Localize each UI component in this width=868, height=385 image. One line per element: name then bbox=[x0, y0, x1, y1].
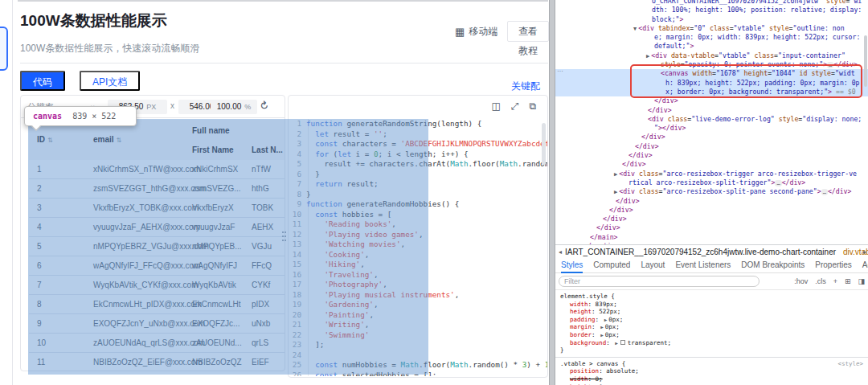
breadcrumb-back-icon[interactable]: ◂ bbox=[555, 248, 565, 256]
times-separator: x bbox=[170, 101, 174, 110]
style-property[interactable]: padding: ▶0px; bbox=[560, 316, 863, 324]
mobile-label: 移动端 bbox=[469, 25, 497, 39]
devtools-tab-event-listeners[interactable]: Event Listeners bbox=[675, 258, 731, 273]
color-swatch[interactable] bbox=[620, 340, 625, 345]
tree-node[interactable]: </div> bbox=[555, 142, 868, 151]
breadcrumb-forward-icon[interactable]: ▸ bbox=[863, 248, 866, 256]
rotate-icon[interactable]: ↻ bbox=[256, 98, 271, 113]
tree-node[interactable]: rtical arco-resizebox-split-trigger">…</… bbox=[555, 178, 868, 187]
tree-node[interactable]: e; margin: 0px; width: 839px; height: 52… bbox=[555, 33, 868, 42]
page-subtitle: 100W条数据性能展示，快速滚动流畅顺滑 bbox=[20, 42, 199, 55]
style-rule: .vtable > canvas {<style>position: absol… bbox=[555, 358, 868, 385]
breadcrumb-item[interactable]: IART_CONTAINER__1697020794152_zc6h4jwtw.… bbox=[565, 248, 836, 256]
sidebar-toggle-icon[interactable]: ◨ bbox=[858, 276, 865, 287]
window-splitter[interactable] bbox=[549, 0, 555, 385]
tree-node[interactable]: ▶<div class="arco-resizebox-trigger arco… bbox=[555, 170, 868, 178]
tree-node[interactable]: ▶<div class="arco-resizebox-split-pane s… bbox=[555, 187, 868, 196]
style-property[interactable]: width: 0; bbox=[560, 375, 863, 383]
sidebar-edge bbox=[0, 0, 13, 385]
copy-icon[interactable]: ⧉ bbox=[529, 100, 536, 112]
style-property[interactable]: width: 839px; bbox=[560, 301, 863, 309]
more-actions-icon[interactable]: … bbox=[557, 66, 563, 73]
breadcrumb-items: IART_CONTAINER__1697020794152_zc6h4jwtw.… bbox=[565, 248, 868, 256]
tree-node[interactable]: <div class="live-demo-error-log" style="… bbox=[555, 115, 868, 124]
inspect-tooltip: canvas 839 × 522 bbox=[24, 106, 137, 126]
tree-node[interactable]: dth: 100%; height: 100%; position: relat… bbox=[555, 6, 868, 14]
devtools-tab-layout[interactable]: Layout bbox=[641, 258, 665, 273]
tree-node[interactable]: </div> bbox=[555, 151, 868, 160]
new-style-rule-icon[interactable]: + bbox=[833, 276, 837, 287]
devtools-panel: U_CHART_CONTAINER__1697020794152_zc6n4jw… bbox=[555, 0, 868, 385]
devtools-tab-styles[interactable]: Styles bbox=[561, 258, 583, 273]
style-rule: element.style {width: 839px;height: 522p… bbox=[555, 290, 868, 358]
style-property[interactable]: background: ▶transparent; bbox=[560, 339, 863, 347]
tree-node[interactable]: ▶<div data-vtable="vtable" class="input-… bbox=[555, 51, 868, 60]
tree-node[interactable]: </div> bbox=[555, 133, 868, 141]
page-title: 100W条数据性能展示 bbox=[20, 10, 167, 31]
styles-scrollbar[interactable] bbox=[864, 48, 867, 85]
tree-node[interactable]: ▼<div tabindex="0" class="vtable" style=… bbox=[555, 24, 868, 33]
tab-API文档[interactable]: API文档 bbox=[80, 71, 140, 91]
style-property[interactable]: height: 522px; bbox=[560, 308, 863, 316]
tree-node[interactable]: block;"> bbox=[555, 15, 868, 24]
tree-node[interactable]: U_CHART_CONTAINER__1697020794152_zc6n4jw… bbox=[555, 0, 868, 6]
devtools-tab-properties[interactable]: Properties bbox=[815, 258, 852, 273]
tree-node[interactable]: </div> bbox=[555, 160, 868, 169]
devtools-tab-computed[interactable]: Computed bbox=[593, 258, 630, 273]
screen: 100W条数据性能展示 ▦ 移动端 查看教程 100W条数据性能展示，快速滚动流… bbox=[0, 0, 868, 385]
devtools-tab-accessibility[interactable]: Accessibility bbox=[862, 258, 868, 273]
tab-代码[interactable]: 代码 bbox=[20, 71, 65, 91]
mobile-entry[interactable]: ▦ 移动端 bbox=[455, 25, 497, 39]
tree-node[interactable]: </div> bbox=[555, 206, 868, 215]
styles-filter-row: :hov .cls + ⊞ ◨ bbox=[555, 273, 868, 290]
styles-filter-input[interactable] bbox=[559, 276, 760, 287]
inspect-highlight-overlay bbox=[28, 119, 428, 375]
tree-node[interactable]: </div> bbox=[555, 197, 868, 206]
demo-page: 100W条数据性能展示 ▦ 移动端 查看教程 100W条数据性能展示，快速滚动流… bbox=[0, 0, 549, 385]
elements-tree[interactable]: U_CHART_CONTAINER__1697020794152_zc6n4jw… bbox=[555, 0, 868, 244]
tree-node[interactable]: </div> bbox=[555, 106, 868, 115]
tree-node[interactable]: "></div> bbox=[555, 124, 868, 133]
breadcrumb: ◂ IART_CONTAINER__1697020794152_zc6h4jwt… bbox=[555, 244, 868, 258]
view-tutorial-button[interactable]: 查看教程 bbox=[507, 21, 549, 42]
zoom-input[interactable]: 100.00% bbox=[211, 100, 257, 114]
tooltip-dimensions: 839 × 522 bbox=[72, 112, 116, 121]
qr-code-icon: ▦ bbox=[455, 26, 465, 38]
devtools-tabs: StylesComputedLayoutEvent ListenersDOM B… bbox=[555, 258, 868, 273]
header-divider bbox=[20, 63, 548, 63]
tree-node[interactable]: </div> bbox=[555, 223, 868, 232]
code-editor-actions: ◫ ⤢ ⧉ bbox=[491, 100, 536, 112]
expand-icon[interactable]: ⤢ bbox=[511, 100, 519, 112]
code-scrollbar[interactable] bbox=[542, 123, 546, 165]
tooltip-tag-name: canvas bbox=[33, 112, 62, 121]
rule-selector[interactable]: .vtable > canvas { bbox=[560, 360, 863, 368]
demo-tabs: 代码API文档 bbox=[20, 71, 140, 91]
style-property[interactable]: border: ▶0px; bbox=[560, 331, 863, 339]
section-divider bbox=[18, 0, 548, 2]
annotation-highlight-box bbox=[630, 64, 862, 98]
styles-pane[interactable]: element.style {width: 839px;height: 522p… bbox=[555, 290, 868, 385]
tree-node[interactable]: default;"> bbox=[555, 42, 868, 51]
tree-node[interactable]: </main> bbox=[555, 233, 868, 242]
rule-selector[interactable]: element.style { bbox=[560, 293, 863, 301]
tree-node[interactable]: </div> bbox=[555, 215, 868, 223]
split-view-icon[interactable]: ◫ bbox=[491, 100, 500, 112]
style-property[interactable]: margin: ▶0px; bbox=[560, 323, 863, 331]
element-state-icon[interactable]: ⊞ bbox=[845, 276, 851, 287]
sidebar-active-item[interactable] bbox=[0, 27, 8, 71]
devtools-tab-dom-breakpoints[interactable]: DOM Breakpoints bbox=[741, 258, 805, 273]
style-property[interactable]: position: absolute; bbox=[560, 367, 863, 375]
toggle-element-classes[interactable]: .cls bbox=[815, 276, 826, 287]
toggle-hover-state[interactable]: :hov bbox=[794, 276, 808, 287]
rule-origin[interactable]: <style> bbox=[837, 360, 863, 368]
rule-close-brace: } bbox=[560, 346, 863, 354]
